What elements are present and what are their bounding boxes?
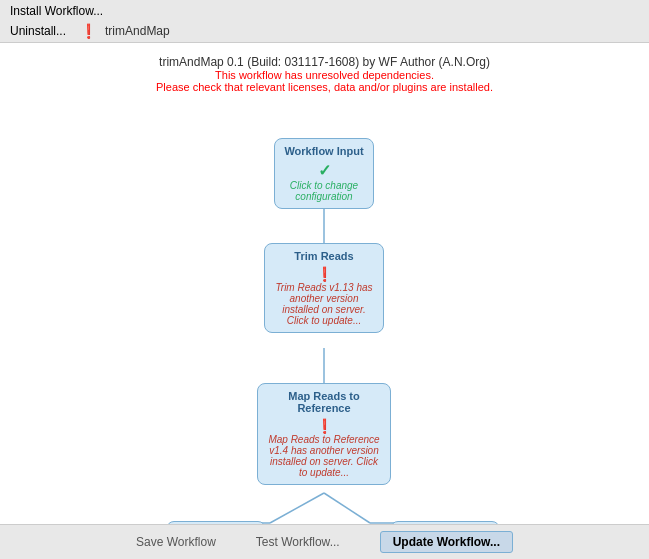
update-workflow-button[interactable]: Update Workflow...	[380, 531, 513, 553]
map-reads-title: Map Reads to Reference	[266, 390, 382, 414]
workflow-input-body: Click to change configuration	[283, 180, 365, 202]
mapping-report-node[interactable]: Mapping Report	[390, 521, 500, 524]
trim-reads-title: Trim Reads	[273, 250, 375, 262]
workflow-input-title: Workflow Input	[283, 145, 365, 157]
workflow-canvas: trimAndMap 0.1 (Build: 031117-1608) by W…	[0, 43, 649, 524]
trim-reads-warn-icon: ❗	[273, 266, 375, 282]
map-reads-node[interactable]: Map Reads to Reference ❗ Map Reads to Re…	[257, 383, 391, 485]
workflow-input-node[interactable]: Workflow Input ✓ Click to change configu…	[274, 138, 374, 209]
workflow-input-ok-icon: ✓	[283, 161, 365, 180]
test-workflow-label[interactable]: Test Workflow...	[256, 535, 340, 549]
bottom-toolbar: Save Workflow Test Workflow... Update Wo…	[0, 524, 649, 559]
install-workflow-menu-item[interactable]: Install Workflow...	[4, 2, 109, 20]
trim-reads-node[interactable]: Trim Reads ❗ Trim Reads v1.13 has anothe…	[264, 243, 384, 333]
save-workflow-label[interactable]: Save Workflow	[136, 535, 216, 549]
trim-reads-body: Trim Reads v1.13 has another version ins…	[273, 282, 375, 326]
svg-line-2	[270, 493, 324, 523]
workflow-error-line2: Please check that relevant licenses, dat…	[156, 81, 493, 93]
uninstall-menu-item[interactable]: Uninstall...	[4, 22, 72, 40]
reads-track-node[interactable]: Reads Track	[166, 521, 266, 524]
svg-line-4	[324, 493, 370, 523]
menu-bar: Install Workflow... Uninstall... ❗ trimA…	[0, 0, 649, 43]
workflow-error-line1: This workflow has unresolved dependencie…	[156, 69, 493, 81]
menu-warning-icon: ❗	[80, 23, 97, 39]
workflow-name-label: trimAndMap	[105, 24, 170, 38]
workflow-title: trimAndMap 0.1 (Build: 031117-1608) by W…	[156, 55, 493, 69]
map-reads-body: Map Reads to Reference v1.4 has another …	[266, 434, 382, 478]
map-reads-warn-icon: ❗	[266, 418, 382, 434]
workflow-header: trimAndMap 0.1 (Build: 031117-1608) by W…	[156, 55, 493, 93]
